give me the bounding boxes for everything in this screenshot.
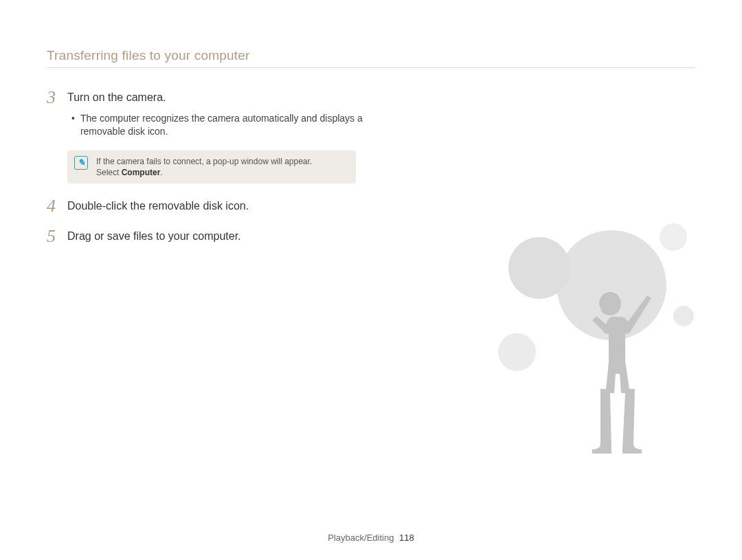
- bubble-icon: [508, 237, 570, 299]
- page-number: 118: [399, 533, 414, 543]
- decorative-illustration: [474, 223, 694, 471]
- step-3: 3 Turn on the camera. • The computer rec…: [47, 89, 370, 138]
- note-line2-bold: Computer: [122, 168, 161, 177]
- step-number: 4: [47, 197, 67, 215]
- step-text: Double-click the removable disk icon.: [67, 199, 370, 214]
- bubble-icon: [498, 333, 536, 371]
- bubble-icon: [660, 223, 687, 251]
- footer: Playback/Editing 118: [0, 533, 742, 543]
- step-text: Drag or save files to your computer.: [67, 229, 370, 244]
- bubble-icon: [673, 306, 694, 326]
- bullet-icon: •: [71, 112, 75, 138]
- note-text: If the camera fails to connect, a pop-up…: [96, 156, 312, 178]
- step-body: Drag or save files to your computer.: [67, 227, 370, 245]
- note-box: ✎ If the camera fails to connect, a pop-…: [67, 150, 356, 183]
- step-4: 4 Double-click the removable disk icon.: [47, 197, 370, 215]
- content-column: 3 Turn on the camera. • The computer rec…: [47, 89, 370, 245]
- sub-list: • The computer recognizes the camera aut…: [67, 112, 370, 138]
- footer-section: Playback/Editing: [328, 533, 394, 543]
- step-5: 5 Drag or save files to your computer.: [47, 227, 370, 245]
- page-title: Transferring files to your computer: [47, 48, 695, 68]
- child-silhouette-icon: [570, 292, 653, 471]
- sub-item-text: The computer recognizes the camera autom…: [80, 112, 370, 138]
- note-line1: If the camera fails to connect, a pop-up…: [96, 157, 312, 166]
- note-line2-suffix: .: [160, 168, 162, 177]
- sub-item: • The computer recognizes the camera aut…: [71, 112, 370, 138]
- step-text: Turn on the camera.: [67, 91, 370, 105]
- step-number: 3: [47, 89, 67, 138]
- page: Transferring files to your computer 3 Tu…: [0, 0, 742, 560]
- step-body: Double-click the removable disk icon.: [67, 197, 370, 215]
- note-line2-prefix: Select: [96, 168, 122, 177]
- step-number: 5: [47, 227, 67, 245]
- step-body: Turn on the camera. • The computer recog…: [67, 89, 370, 138]
- note-icon: ✎: [74, 156, 88, 170]
